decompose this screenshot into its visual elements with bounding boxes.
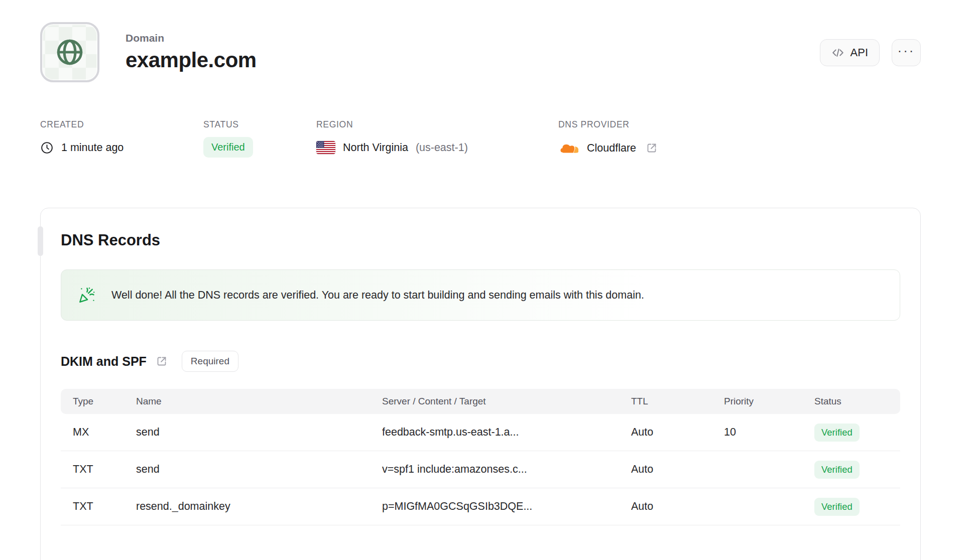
- page-title: example.com: [126, 48, 257, 72]
- created-label: CREATED: [40, 119, 203, 130]
- record-type: TXT: [73, 463, 136, 476]
- required-badge: Required: [182, 351, 238, 372]
- column-header-ttl: TTL: [631, 396, 724, 407]
- region-value: North Virginia (us-east-1): [316, 141, 558, 154]
- column-header-type: Type: [73, 396, 136, 407]
- created-text: 1 minute ago: [61, 142, 124, 154]
- verified-badge: Verified: [814, 461, 860, 479]
- record-type: MX: [73, 426, 136, 439]
- record-content: p=MIGfMA0GCSqGSIb3DQE...: [382, 500, 631, 513]
- record-name: send: [136, 426, 382, 439]
- record-content: v=spf1 include:amazonses.c...: [382, 463, 631, 476]
- dkim-external-link-icon[interactable]: [156, 355, 168, 367]
- record-name: resend._domainkey: [136, 500, 382, 513]
- record-ttl: Auto: [631, 426, 724, 439]
- table-row: TXT resend._domainkey p=MIGfMA0GCSqGSIb3…: [61, 488, 900, 525]
- page-header: Domain example.com API ···: [40, 22, 921, 82]
- section-indicator: [38, 226, 43, 256]
- domain-identity: Domain example.com: [40, 22, 257, 82]
- record-status-cell: Verified: [814, 498, 888, 516]
- table-header-row: Type Name Server / Content / Target TTL …: [61, 389, 900, 414]
- region-code: (us-east-1): [416, 142, 468, 154]
- banner-message: Well done! All the DNS records are verif…: [111, 289, 644, 302]
- record-type: TXT: [73, 500, 136, 513]
- status-label: STATUS: [203, 119, 316, 130]
- record-content: feedback-smtp.us-east-1.a...: [382, 426, 631, 439]
- column-header-name: Name: [136, 396, 382, 407]
- verified-badge: Verified: [814, 424, 860, 442]
- success-banner: Well done! All the DNS records are verif…: [61, 269, 900, 321]
- record-ttl: Auto: [631, 500, 724, 513]
- verified-badge: Verified: [814, 498, 860, 516]
- record-priority: 10: [724, 426, 814, 439]
- dns-records-card: DNS Records Well done! All the DNS recor…: [40, 208, 921, 560]
- status-badge: Verified: [203, 137, 253, 158]
- domain-detail-page: Domain example.com API ···: [0, 0, 976, 560]
- dkim-spf-title: DKIM and SPF: [61, 354, 147, 369]
- table-row: TXT send v=spf1 include:amazonses.c... A…: [61, 451, 900, 488]
- cloudflare-icon: [558, 141, 579, 155]
- domain-titles: Domain example.com: [126, 32, 257, 72]
- dns-provider-label: DNS PROVIDER: [558, 119, 658, 130]
- record-name: send: [136, 463, 382, 476]
- dns-provider-name: Cloudflare: [587, 142, 636, 155]
- party-popper-icon: [78, 287, 95, 304]
- meta-region: REGION: [316, 119, 558, 158]
- meta-dns-provider: DNS PROVIDER Cloudflare: [558, 119, 658, 158]
- column-header-priority: Priority: [724, 396, 814, 407]
- meta-created: CREATED 1 minute ago: [40, 119, 203, 158]
- api-button[interactable]: API: [820, 39, 880, 66]
- page-eyebrow: Domain: [126, 32, 257, 44]
- created-value: 1 minute ago: [40, 141, 203, 155]
- column-header-content: Server / Content / Target: [382, 396, 631, 407]
- meta-status: STATUS Verified: [203, 119, 316, 158]
- dns-provider-value: Cloudflare: [558, 141, 658, 155]
- domain-meta: CREATED 1 minute ago STATUS Verified REG…: [40, 119, 921, 158]
- code-icon: [831, 46, 844, 59]
- us-flag-icon: [316, 141, 335, 154]
- record-status-cell: Verified: [814, 461, 888, 479]
- region-name: North Virginia: [343, 142, 408, 154]
- record-status-cell: Verified: [814, 424, 888, 442]
- dns-records-title: DNS Records: [61, 231, 900, 249]
- external-link-icon[interactable]: [646, 142, 658, 154]
- column-header-status: Status: [814, 396, 888, 407]
- region-label: REGION: [316, 119, 558, 130]
- dns-records-table: Type Name Server / Content / Target TTL …: [61, 389, 900, 525]
- api-button-label: API: [850, 46, 868, 59]
- topbar-actions: API ···: [820, 39, 921, 66]
- ellipsis-icon: ···: [898, 43, 915, 59]
- domain-avatar: [40, 22, 99, 82]
- record-ttl: Auto: [631, 463, 724, 476]
- table-row: MX send feedback-smtp.us-east-1.a... Aut…: [61, 414, 900, 451]
- dkim-spf-header: DKIM and SPF Required: [61, 351, 900, 372]
- clock-icon: [40, 141, 54, 155]
- more-button[interactable]: ···: [892, 39, 921, 66]
- globe-icon: [53, 36, 86, 69]
